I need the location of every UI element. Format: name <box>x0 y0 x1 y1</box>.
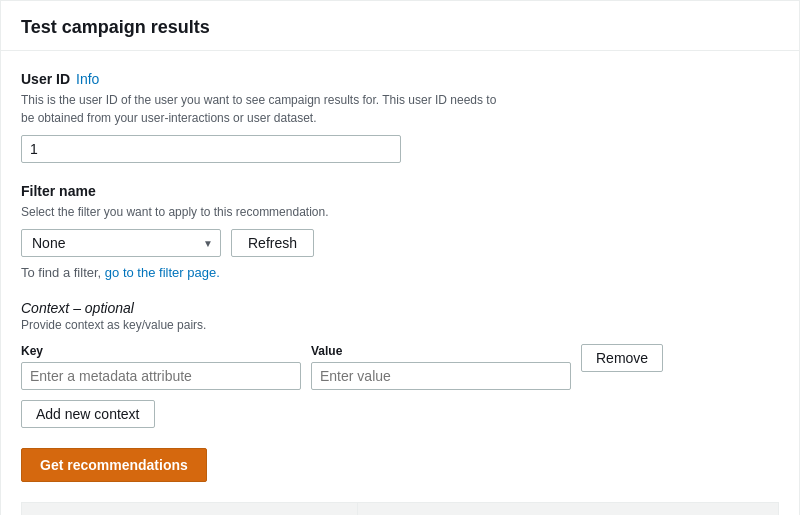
results-table-container: Item ID Score 59 0.0161339 100 0.0149956 <box>21 502 779 515</box>
value-column-label: Value <box>311 344 571 358</box>
context-key-column: Key <box>21 344 301 390</box>
user-id-section: User ID Info This is the user ID of the … <box>21 71 779 163</box>
context-optional-label: – optional <box>73 300 134 316</box>
context-row: Key Value Remove <box>21 344 779 390</box>
key-column-label: Key <box>21 344 301 358</box>
user-id-label: User ID <box>21 71 70 87</box>
context-label-text: Context <box>21 300 69 316</box>
filter-page-link[interactable]: go to the filter page. <box>105 265 220 280</box>
user-id-label-row: User ID Info <box>21 71 779 87</box>
score-column-header: Score <box>358 503 779 516</box>
filter-select[interactable]: None <box>21 229 221 257</box>
filter-name-section: Filter name Select the filter you want t… <box>21 183 779 280</box>
page-header: Test campaign results <box>1 1 799 51</box>
filter-hint-prefix: To find a filter, <box>21 265 105 280</box>
context-action-column: Remove <box>581 344 663 372</box>
get-recommendations-button[interactable]: Get recommendations <box>21 448 207 482</box>
context-description: Provide context as key/value pairs. <box>21 318 779 332</box>
context-label: Context – optional <box>21 300 779 316</box>
main-content: User ID Info This is the user ID of the … <box>1 51 799 515</box>
context-value-input[interactable] <box>311 362 571 390</box>
item-id-column-header: Item ID <box>22 503 358 516</box>
results-table-header: Item ID Score <box>22 503 779 516</box>
filter-hint: To find a filter, go to the filter page. <box>21 265 779 280</box>
user-id-input[interactable] <box>21 135 401 163</box>
remove-context-button[interactable]: Remove <box>581 344 663 372</box>
context-key-input[interactable] <box>21 362 301 390</box>
filter-select-wrapper: None ▼ <box>21 229 221 257</box>
page-title: Test campaign results <box>21 17 779 38</box>
user-id-info-link[interactable]: Info <box>76 71 99 87</box>
context-value-column: Value <box>311 344 571 390</box>
filter-row: None ▼ Refresh <box>21 229 779 257</box>
context-section: Context – optional Provide context as ke… <box>21 300 779 428</box>
user-id-description: This is the user ID of the user you want… <box>21 91 501 127</box>
results-header-row: Item ID Score <box>22 503 779 516</box>
filter-label-row: Filter name <box>21 183 779 199</box>
page-container: Test campaign results User ID Info This … <box>0 0 800 515</box>
add-new-context-button[interactable]: Add new context <box>21 400 155 428</box>
results-table: Item ID Score 59 0.0161339 100 0.0149956 <box>21 502 779 515</box>
filter-name-label: Filter name <box>21 183 96 199</box>
filter-description: Select the filter you want to apply to t… <box>21 203 501 221</box>
refresh-button[interactable]: Refresh <box>231 229 314 257</box>
